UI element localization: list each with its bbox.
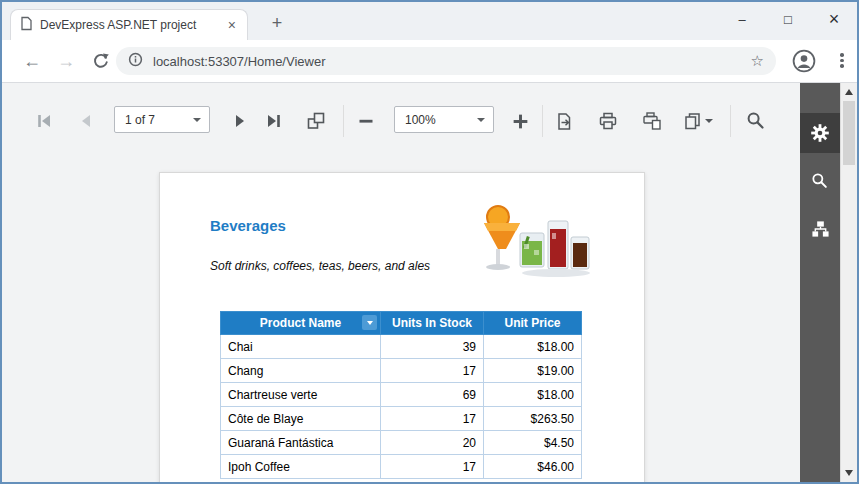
toolbar-separator: [542, 105, 543, 137]
back-button[interactable]: ←: [18, 47, 46, 75]
page-indicator: 1 of 7: [125, 113, 155, 127]
report-page: Beverages Soft drinks, coffees, teas, be…: [159, 172, 645, 482]
table-row: Côte de Blaye 17 $263.50: [221, 407, 582, 431]
vertical-scrollbar[interactable]: [840, 83, 857, 482]
table-row: Chang 17 $19.00: [221, 359, 582, 383]
tab-strip: DevExpress ASP.NET project × + – □ ×: [2, 2, 857, 40]
cell-unit-price: $18.00: [484, 335, 582, 359]
cell-unit-price: $46.00: [484, 455, 582, 479]
url-text[interactable]: localhost:53307/Home/Viewer: [153, 54, 751, 69]
maximize-button[interactable]: □: [765, 2, 811, 36]
url-field[interactable]: localhost:53307/Home/Viewer ☆: [116, 47, 776, 75]
multipage-icon: [306, 111, 326, 131]
zoom-out-icon: [357, 112, 375, 130]
zoom-level: 100%: [405, 113, 436, 127]
export-button[interactable]: [550, 107, 578, 135]
cell-unit-price: $19.00: [484, 359, 582, 383]
scroll-up-arrow-icon[interactable]: [841, 84, 857, 100]
zoom-in-icon: [511, 112, 530, 131]
cell-product-name: Chartreuse verte: [221, 383, 381, 407]
document-map-icon: [811, 220, 830, 238]
print-page-icon: [642, 111, 662, 131]
table-row: Guaraná Fantástica 20 $4.50: [221, 431, 582, 455]
column-header-product-name[interactable]: Product Name: [221, 312, 381, 335]
cell-units-in-stock: 17: [381, 359, 484, 383]
toolbar-separator: [343, 105, 344, 137]
previous-page-button[interactable]: [72, 107, 100, 135]
last-page-button[interactable]: [260, 107, 288, 135]
multipage-view-button[interactable]: [302, 107, 330, 135]
cell-unit-price: $18.00: [484, 383, 582, 407]
report-table: Product Name Units In Stock Unit Price C…: [220, 311, 582, 479]
forward-button[interactable]: →: [52, 47, 80, 75]
zoom-out-button[interactable]: [352, 107, 380, 135]
cell-units-in-stock: 17: [381, 455, 484, 479]
cell-product-name: Chai: [221, 335, 381, 359]
next-page-icon: [231, 112, 249, 130]
chevron-down-icon: [477, 118, 485, 122]
window-controls: – □ ×: [719, 2, 857, 38]
cell-product-name: Chang: [221, 359, 381, 383]
cell-units-in-stock: 69: [381, 383, 484, 407]
info-icon[interactable]: [128, 52, 143, 71]
export-icon: [555, 112, 574, 131]
zoom-level-select[interactable]: 100%: [394, 106, 494, 133]
cell-product-name: Ipoh Coffee: [221, 455, 381, 479]
scrollbar-thumb[interactable]: [843, 101, 855, 165]
browser-tab[interactable]: DevExpress ASP.NET project ×: [10, 9, 248, 40]
minimize-button[interactable]: –: [719, 2, 765, 36]
bookmark-star-icon[interactable]: ☆: [751, 52, 764, 70]
cell-units-in-stock: 20: [381, 431, 484, 455]
cell-product-name: Côte de Blaye: [221, 407, 381, 431]
print-icon: [598, 111, 618, 131]
beverages-image: [476, 195, 594, 297]
search-panel-button[interactable]: [800, 161, 840, 201]
refresh-button[interactable]: [86, 47, 114, 75]
toolbar-separator: [730, 105, 731, 137]
print-page-button[interactable]: [638, 107, 666, 135]
search-icon: [746, 111, 766, 131]
search-button[interactable]: [742, 107, 770, 135]
export-to-dropdown-button[interactable]: [680, 107, 716, 135]
search-icon: [811, 172, 829, 190]
address-bar: ← → localhost:53307/Home/Viewer ☆: [2, 40, 857, 83]
sort-dropdown-icon[interactable]: [362, 315, 377, 330]
first-page-button[interactable]: [30, 107, 58, 135]
cell-units-in-stock: 17: [381, 407, 484, 431]
column-header-units-in-stock[interactable]: Units In Stock: [381, 312, 484, 335]
cell-units-in-stock: 39: [381, 335, 484, 359]
last-page-icon: [265, 112, 283, 130]
column-header-unit-price[interactable]: Unit Price: [484, 312, 582, 335]
zoom-in-button[interactable]: [506, 107, 534, 135]
browser-window: DevExpress ASP.NET project × + – □ × ← →: [0, 0, 859, 484]
new-tab-button[interactable]: +: [264, 11, 290, 37]
browser-menu-icon[interactable]: [834, 51, 850, 71]
close-button[interactable]: ×: [811, 2, 857, 36]
print-button[interactable]: [594, 107, 622, 135]
page-icon: [19, 16, 33, 35]
gear-icon: [810, 123, 830, 143]
document-map-panel-button[interactable]: [800, 209, 840, 249]
next-page-button[interactable]: [226, 107, 254, 135]
table-row: Ipoh Coffee 17 $46.00: [221, 455, 582, 479]
page-number-select[interactable]: 1 of 7: [114, 106, 210, 133]
export-options-panel-button[interactable]: [800, 113, 840, 153]
profile-avatar-icon[interactable]: [792, 49, 816, 73]
chevron-down-icon: [193, 118, 201, 122]
tab-title: DevExpress ASP.NET project: [40, 18, 225, 32]
viewer-side-panel: [800, 83, 840, 482]
table-row: Chai 39 $18.00: [221, 335, 582, 359]
report-viewer: 1 of 7 100%: [2, 83, 857, 482]
table-row: Chartreuse verte 69 $18.00: [221, 383, 582, 407]
chevron-down-icon: [705, 119, 713, 123]
cell-product-name: Guaraná Fantástica: [221, 431, 381, 455]
cell-unit-price: $263.50: [484, 407, 582, 431]
export-to-icon: [683, 112, 702, 131]
refresh-icon: [92, 53, 109, 70]
report-subtitle: Soft drinks, coffees, teas, beers, and a…: [210, 259, 430, 273]
table-header-row: Product Name Units In Stock Unit Price: [221, 312, 582, 335]
previous-page-icon: [77, 112, 95, 130]
scroll-down-arrow-icon[interactable]: [841, 465, 857, 481]
tab-close-icon[interactable]: ×: [225, 17, 239, 33]
cell-unit-price: $4.50: [484, 431, 582, 455]
